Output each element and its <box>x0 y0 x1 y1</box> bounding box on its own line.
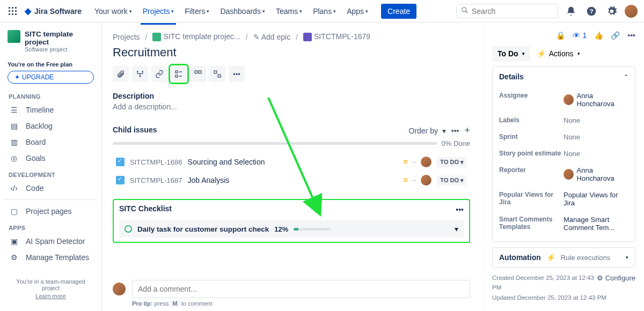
nav-projects[interactable]: Projects▾ <box>138 3 179 20</box>
crumb-add-epic[interactable]: Add epic <box>261 33 290 41</box>
nav-your-work[interactable]: Your work▾ <box>90 3 136 20</box>
child-title[interactable]: Job Analysis <box>188 176 398 184</box>
child-issue-row[interactable]: SITCTMPL-1686 Sourcing and Selection = -… <box>113 153 470 171</box>
vote-icon[interactable]: 👍 <box>594 31 603 40</box>
comment-avatar <box>113 283 126 295</box>
estimate-value[interactable]: None <box>564 150 628 158</box>
app-switcher-icon[interactable] <box>6 5 19 18</box>
labels-value[interactable]: None <box>564 116 628 124</box>
create-button[interactable]: Create <box>381 4 416 19</box>
reporter-label: Reporter <box>499 166 564 182</box>
checklist-item-title: Daily task for customer support check <box>137 225 269 233</box>
add-child-button[interactable]: + <box>464 125 470 136</box>
smart-value[interactable]: Manage Smart Comment Tem... <box>564 216 628 232</box>
reporter-value[interactable]: Anna Honcharova <box>564 166 628 182</box>
child-more-icon[interactable]: ••• <box>451 127 459 135</box>
section-apps: APPS <box>4 219 97 233</box>
share-icon[interactable]: 🔗 <box>611 31 620 40</box>
automation-row[interactable]: Automation ⚡ Rule executions ▾ <box>492 247 635 268</box>
svg-rect-8 <box>15 13 17 15</box>
sidebar-item-timeline[interactable]: ☰Timeline <box>4 102 97 118</box>
sidebar-item-code[interactable]: ‹/›Code <box>4 180 97 196</box>
unassigned-icon[interactable]: - <box>413 176 416 184</box>
sidebar-item-spam-detector[interactable]: ▣AI Spam Detector <box>4 233 97 249</box>
checklist-label: SITC Checklist <box>119 204 456 213</box>
lock-icon[interactable]: 🔒 <box>556 31 565 40</box>
actions-dropdown[interactable]: ⚡Actions▾ <box>537 46 580 61</box>
settings-icon[interactable] <box>604 4 619 19</box>
crumb-projects[interactable]: Projects <box>113 33 140 41</box>
children-done-label: 0% Done <box>442 139 470 147</box>
child-status[interactable]: TO DO▾ <box>437 157 467 167</box>
search-input[interactable] <box>472 7 547 16</box>
checklist-more-icon[interactable]: ••• <box>456 205 464 214</box>
assignee-value[interactable]: Anna Honcharova <box>564 92 628 108</box>
nav-teams[interactable]: Teams▾ <box>272 3 306 20</box>
svg-rect-5 <box>15 10 17 12</box>
svg-line-10 <box>466 11 468 13</box>
sprint-value[interactable]: None <box>564 133 628 141</box>
assignee-avatar[interactable] <box>421 157 431 167</box>
child-title[interactable]: Sourcing and Selection <box>188 158 398 166</box>
detail-panel: 🔒 👁 1 👍 🔗 ••• To Do▾ ⚡Actions▾ Details⌃ … <box>483 23 644 311</box>
description-input[interactable]: Add a description... <box>113 102 470 111</box>
child-key[interactable]: SITCTMPL-1686 <box>130 158 182 166</box>
assignee-avatar[interactable] <box>421 175 431 186</box>
user-avatar[interactable] <box>625 5 638 18</box>
svg-rect-16 <box>175 71 178 73</box>
attach-button[interactable] <box>113 66 129 82</box>
code-icon: ‹/› <box>9 184 19 192</box>
nav-apps[interactable]: Apps▾ <box>342 3 372 20</box>
crumb-project[interactable]: SITC template projec... <box>163 32 240 41</box>
product-logo[interactable]: ◆ Jira Software <box>25 6 82 16</box>
sidebar-item-manage-templates[interactable]: ⚙Manage Templates <box>4 249 97 265</box>
sidebar-item-goals[interactable]: ◎Goals <box>4 150 97 166</box>
link-button[interactable] <box>151 66 167 82</box>
product-name: Jira Software <box>34 7 82 16</box>
chevron-down-icon[interactable]: ▾ <box>455 225 458 233</box>
sidebar-item-project-pages[interactable]: ▢Project pages <box>4 203 97 219</box>
nav-filters[interactable]: Filters▾ <box>180 3 214 20</box>
sidebar-item-board[interactable]: ▥Board <box>4 134 97 150</box>
checklist-item[interactable]: Daily task for customer support check 12… <box>119 220 464 238</box>
pro-tip: Pro tip: press M to comment <box>132 300 470 307</box>
app-button-1[interactable] <box>190 66 206 82</box>
upgrade-button[interactable]: ✦UPGRADE <box>8 71 94 84</box>
estimate-label: Story point estimate <box>499 150 564 158</box>
priority-icon: = <box>404 176 408 184</box>
timeline-icon: ☰ <box>9 106 19 114</box>
svg-rect-17 <box>175 75 178 77</box>
backlog-icon: ▤ <box>9 122 19 130</box>
notifications-icon[interactable] <box>564 4 579 19</box>
sidebar-item-backlog[interactable]: ▤Backlog <box>4 118 97 134</box>
issue-title[interactable]: Recruitment <box>113 46 470 60</box>
configure-button[interactable]: ⚙ Configure <box>597 273 635 284</box>
order-by-dropdown[interactable]: Order by ▾ <box>409 127 446 135</box>
subtask-button[interactable] <box>132 66 148 82</box>
child-status[interactable]: TO DO▾ <box>437 175 467 186</box>
app-button-2[interactable] <box>209 66 225 82</box>
child-issue-row[interactable]: SITCTMPL-1687 Job Analysis = - TO DO▾ <box>113 171 470 189</box>
nav-dashboards[interactable]: Dashboards▾ <box>216 3 269 20</box>
description-label: Description <box>113 92 470 100</box>
checklist-button[interactable] <box>171 66 187 82</box>
views-value[interactable]: Popular Views for Jira <box>564 191 628 207</box>
child-key[interactable]: SITCTMPL-1687 <box>130 176 182 184</box>
epic-crumb-icon <box>303 33 312 41</box>
plan-label: You're on the Free plan <box>4 57 97 71</box>
svg-rect-2 <box>15 7 17 9</box>
crumb-issue-key[interactable]: SITCTMPL-1679 <box>314 32 370 41</box>
more-icon[interactable]: ••• <box>627 31 635 40</box>
status-dropdown[interactable]: To Do▾ <box>492 46 530 61</box>
watchers-button[interactable]: 👁 1 <box>573 31 587 40</box>
more-actions-button[interactable]: ••• <box>229 66 245 82</box>
comment-input[interactable] <box>132 280 470 298</box>
svg-rect-0 <box>9 7 10 9</box>
unassigned-icon[interactable]: - <box>413 158 416 166</box>
search-box[interactable] <box>456 4 558 18</box>
goals-icon: ◎ <box>9 154 19 162</box>
learn-more-link[interactable]: Learn more <box>9 293 93 299</box>
details-header[interactable]: Details⌃ <box>493 67 635 86</box>
help-icon[interactable]: ? <box>584 4 599 19</box>
nav-plans[interactable]: Plans▾ <box>309 3 340 20</box>
